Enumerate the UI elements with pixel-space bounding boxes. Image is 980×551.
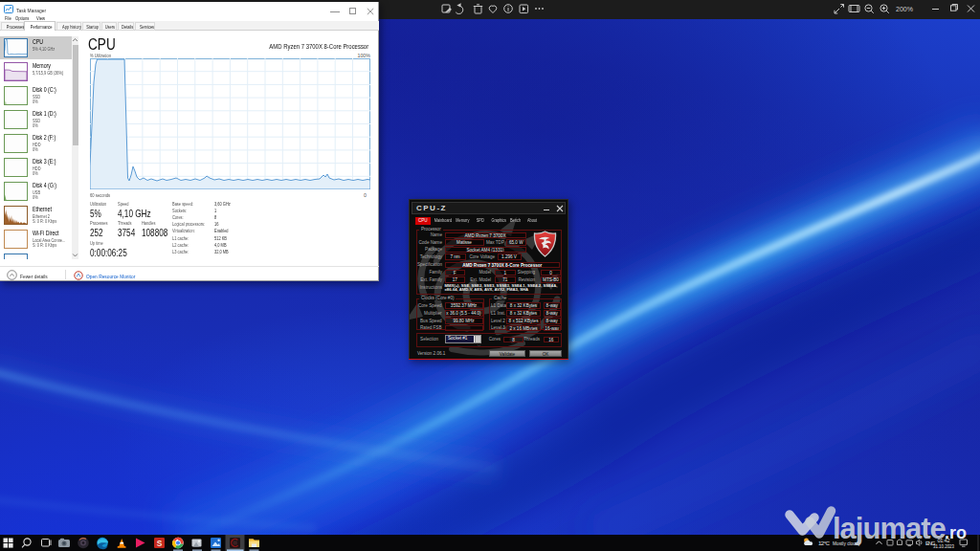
svg-text:200%: 200% [896,6,913,12]
svg-text:lajumate: lajumate [833,512,947,545]
svg-text:S: S [157,539,163,548]
svg-text:.ro: .ro [945,523,967,542]
